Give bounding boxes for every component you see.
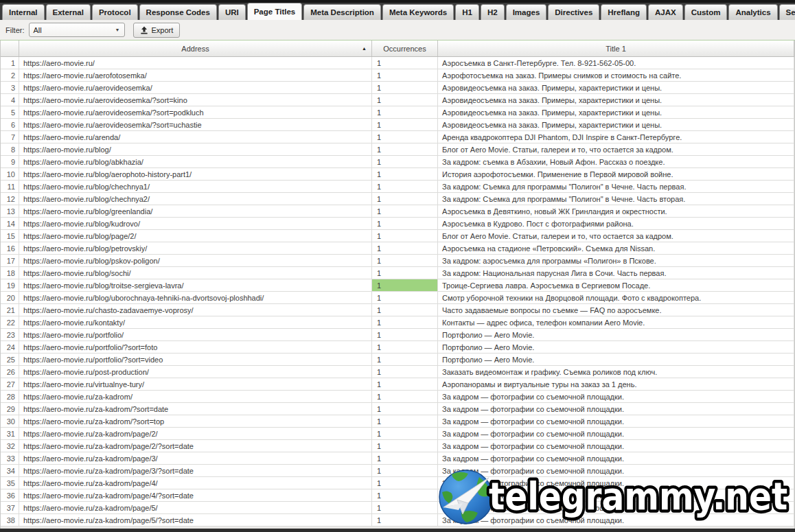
occurrences-cell[interactable]: 1 (372, 329, 438, 341)
title1-cell[interactable]: За кадром: Съемка для программы "Полигон… (438, 193, 794, 205)
title1-cell[interactable]: Блог от Aero Movie. Статьи, галереи и то… (438, 230, 794, 242)
address-cell[interactable]: https://aero-movie.ru/ (19, 57, 372, 69)
occurrences-cell[interactable]: 1 (372, 514, 438, 527)
address-cell[interactable]: https://aero-movie.ru/portfolio/ (19, 329, 372, 341)
address-cell[interactable]: https://aero-movie.ru/portfolio/?sort=fo… (19, 341, 372, 354)
table-row[interactable]: 15 https://aero-movie.ru/blog/page/2/ 1 … (1, 230, 794, 242)
occurrences-cell[interactable]: 1 (372, 57, 438, 69)
address-cell[interactable]: https://aero-movie.ru/blog/sochi/ (19, 267, 372, 279)
address-cell[interactable]: https://aero-movie.ru/aerovideosemka/?so… (19, 94, 372, 106)
filter-dropdown[interactable]: All ▼ (29, 23, 125, 37)
occurrences-cell[interactable]: 1 (372, 415, 438, 428)
table-row[interactable]: 25 https://aero-movie.ru/portfolio/?sort… (1, 354, 794, 366)
address-cell[interactable]: https://aero-movie.ru/za-kadrom/page/2/?… (19, 440, 372, 452)
occurrences-cell[interactable]: 1 (372, 181, 438, 193)
address-cell[interactable]: https://aero-movie.ru/arenda/ (19, 131, 372, 143)
address-cell[interactable]: https://aero-movie.ru/za-kadrom/page/5/?… (19, 514, 372, 527)
address-cell[interactable]: https://aero-movie.ru/kontakty/ (19, 316, 372, 329)
title1-cell[interactable]: Аэросъемка на стадионе «Петровский». Съе… (438, 242, 794, 255)
address-cell[interactable]: https://aero-movie.ru/za-kadrom/page/4/?… (19, 489, 372, 502)
title1-cell[interactable]: За кадром: Национальная парусная Лига в … (438, 267, 794, 279)
table-row[interactable]: 2 https://aero-movie.ru/aerofotosemka/ 1… (1, 69, 794, 82)
table-row[interactable]: 9 https://aero-movie.ru/blog/abkhazia/ 1… (1, 156, 794, 168)
title1-cell[interactable]: Портфолио — Aero Movie. (438, 354, 794, 366)
tab-response-codes[interactable]: Response Codes (139, 4, 217, 20)
table-row[interactable]: 35 https://aero-movie.ru/za-kadrom/page/… (1, 477, 794, 489)
title1-cell[interactable]: Аэросъемка в Санкт-Петербурге. Тел. 8-92… (438, 57, 794, 69)
table-row[interactable]: 5 https://aero-movie.ru/aerovideosemka/?… (1, 106, 794, 119)
tab-search-console[interactable]: Search Console (779, 4, 795, 20)
occurrences-cell[interactable]: 1 (372, 440, 438, 452)
address-cell[interactable]: https://aero-movie.ru/blog/ (19, 143, 372, 156)
tab-external[interactable]: External (46, 4, 91, 20)
title1-cell[interactable]: Портфолио — Aero Movie. (438, 329, 794, 341)
table-row[interactable]: 37 https://aero-movie.ru/za-kadrom/page/… (1, 502, 794, 514)
table-row[interactable]: 16 https://aero-movie.ru/blog/petrovskiy… (1, 242, 794, 255)
occurrences-cell[interactable]: 1 (372, 502, 438, 514)
title1-cell[interactable]: За кадром — фотографии со съемочной площ… (438, 415, 794, 428)
occurrences-cell[interactable]: 1 (372, 82, 438, 94)
table-row[interactable]: 27 https://aero-movie.ru/virtualnye-tury… (1, 378, 794, 391)
occurrences-cell[interactable]: 1 (372, 452, 438, 465)
tab-h2[interactable]: H2 (481, 4, 505, 20)
title1-cell[interactable]: За кадром — фотографии со съемочной площ… (438, 477, 794, 489)
column-header-occurrences[interactable]: Occurrences (372, 41, 438, 56)
table-row[interactable]: 20 https://aero-movie.ru/blog/uborochnay… (1, 292, 794, 304)
occurrences-cell[interactable]: 1 (372, 131, 438, 143)
occurrences-cell[interactable]: 1 (372, 119, 438, 131)
title1-cell[interactable]: За кадром: съемка в Абзахии, Новый Афон.… (438, 156, 794, 168)
title1-cell[interactable]: Портфолио — Aero Movie. (438, 341, 794, 354)
title1-cell[interactable]: Часто задаваемые вопросы по съемке — FAQ… (438, 304, 794, 316)
tab-images[interactable]: Images (506, 4, 547, 20)
title1-cell[interactable]: За кадром — фотографии со съемочной площ… (438, 502, 794, 514)
tab-custom[interactable]: Custom (684, 4, 728, 20)
occurrences-cell[interactable]: 1 (372, 465, 438, 477)
title1-cell[interactable]: Аэровидеосъемка на заказ. Примеры, харак… (438, 94, 794, 106)
table-row[interactable]: 34 https://aero-movie.ru/za-kadrom/page/… (1, 465, 794, 477)
occurrences-cell[interactable]: 1 (372, 279, 438, 292)
table-row[interactable]: 18 https://aero-movie.ru/blog/sochi/ 1 З… (1, 267, 794, 279)
address-cell[interactable]: https://aero-movie.ru/blog/pskov-poligon… (19, 255, 372, 267)
table-row[interactable]: 10 https://aero-movie.ru/blog/aerophoto-… (1, 168, 794, 181)
title1-cell[interactable]: Заказать видеомонтаж и графику. Съемка р… (438, 366, 794, 378)
title1-cell[interactable]: История аэрофотосъемки. Применение в Пер… (438, 168, 794, 181)
address-cell[interactable]: https://aero-movie.ru/virtualnye-tury/ (19, 378, 372, 391)
address-cell[interactable]: https://aero-movie.ru/chasto-zadavaemye-… (19, 304, 372, 316)
title1-cell[interactable]: Аэропанорамы и виртуальные туры на заказ… (438, 378, 794, 391)
tab-protocol[interactable]: Protocol (92, 4, 138, 20)
title1-cell[interactable]: Аэросъемка в Девяткино, новый ЖК Гринлан… (438, 205, 794, 218)
table-row[interactable]: 29 https://aero-movie.ru/za-kadrom/?sort… (1, 403, 794, 415)
tab-meta-description[interactable]: Meta Description (303, 4, 381, 20)
table-row[interactable]: 23 https://aero-movie.ru/portfolio/ 1 По… (1, 329, 794, 341)
address-cell[interactable]: https://aero-movie.ru/portfolio/?sort=vi… (19, 354, 372, 366)
title1-cell[interactable]: За кадром — фотографии со съемочной площ… (438, 489, 794, 502)
table-row[interactable]: 24 https://aero-movie.ru/portfolio/?sort… (1, 341, 794, 354)
address-cell[interactable]: https://aero-movie.ru/aerovideosemka/ (19, 82, 372, 94)
title1-cell[interactable]: Аэросъемка в Кудрово. Пост с фотографиям… (438, 218, 794, 230)
column-header-rownum[interactable] (1, 41, 19, 56)
tab-analytics[interactable]: Analytics (728, 4, 777, 20)
table-row[interactable]: 3 https://aero-movie.ru/aerovideosemka/ … (1, 82, 794, 94)
table-row[interactable]: 33 https://aero-movie.ru/za-kadrom/page/… (1, 452, 794, 465)
occurrences-cell[interactable]: 1 (372, 106, 438, 119)
address-cell[interactable]: https://aero-movie.ru/za-kadrom/page/5/ (19, 502, 372, 514)
address-cell[interactable]: https://aero-movie.ru/blog/chechnya2/ (19, 193, 372, 205)
tab-ajax[interactable]: AJAX (648, 4, 683, 20)
title1-cell[interactable]: Блог от Aero Movie. Статьи, галереи и то… (438, 143, 794, 156)
occurrences-cell[interactable]: 1 (372, 69, 438, 82)
address-cell[interactable]: https://aero-movie.ru/blog/page/2/ (19, 230, 372, 242)
table-row[interactable]: 7 https://aero-movie.ru/arenda/ 1 Аренда… (1, 131, 794, 143)
title1-cell[interactable]: Аэровидеосъемка на заказ. Примеры, харак… (438, 106, 794, 119)
address-cell[interactable]: https://aero-movie.ru/blog/petrovskiy/ (19, 242, 372, 255)
title1-cell[interactable]: За кадром — фотографии со съемочной площ… (438, 391, 794, 403)
table-row[interactable]: 31 https://aero-movie.ru/za-kadrom/page/… (1, 428, 794, 440)
table-row[interactable]: 19 https://aero-movie.ru/blog/troitse-se… (1, 279, 794, 292)
tab-page-titles[interactable]: Page Titles (247, 3, 303, 20)
address-cell[interactable]: https://aero-movie.ru/blog/uborochnaya-t… (19, 292, 372, 304)
occurrences-cell[interactable]: 1 (372, 94, 438, 106)
occurrences-cell[interactable]: 1 (372, 205, 438, 218)
table-row[interactable]: 26 https://aero-movie.ru/post-production… (1, 366, 794, 378)
title1-cell[interactable]: За кадром — фотографии со съемочной площ… (438, 514, 794, 527)
title1-cell[interactable]: Троице-Сергиева лавра. Аэросъемка в Серг… (438, 279, 794, 292)
address-cell[interactable]: https://aero-movie.ru/za-kadrom/?sort=to… (19, 415, 372, 428)
